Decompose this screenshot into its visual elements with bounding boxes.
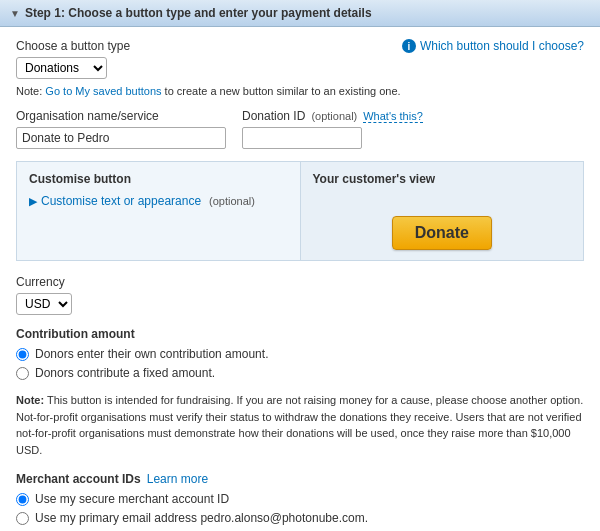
step-header: ▼ Step 1: Choose a button type and enter… <box>0 0 600 27</box>
currency-label: Currency <box>16 275 584 289</box>
contribution-radio2[interactable] <box>16 367 29 380</box>
note-paragraph-text: This button is intended for fundraising.… <box>16 394 583 456</box>
step-arrow-icon: ▼ <box>10 8 20 19</box>
merchant-option1[interactable]: Use my secure merchant account ID <box>16 492 584 506</box>
customise-right: Your customer's view Donate <box>301 162 584 260</box>
contribution-radio-group: Donors enter their own contribution amou… <box>16 347 584 380</box>
merchant-radio-group: Use my secure merchant account ID Use my… <box>16 492 584 525</box>
merchant-label: Merchant account IDs <box>16 472 141 486</box>
merchant-radio2[interactable] <box>16 512 29 525</box>
donation-id-optional: (optional) <box>311 110 357 122</box>
arrow-right-icon: ▶ <box>29 195 37 208</box>
org-field-label: Organisation name/service <box>16 109 226 123</box>
donation-id-input[interactable] <box>242 127 362 149</box>
customise-left: Customise button ▶ Customise text or app… <box>17 162 301 260</box>
whats-this-link[interactable]: What's this? <box>363 110 423 123</box>
currency-select[interactable]: USD EUR GBP AUD CAD <box>16 293 72 315</box>
customise-link[interactable]: Customise text or appearance <box>41 194 201 208</box>
contribution-label: Contribution amount <box>16 327 584 341</box>
choose-button-label: Choose a button type <box>16 39 130 53</box>
info-icon: i <box>402 39 416 53</box>
contribution-option1[interactable]: Donors enter their own contribution amou… <box>16 347 584 361</box>
org-field-group: Organisation name/service <box>16 109 226 149</box>
org-name-input[interactable] <box>16 127 226 149</box>
note-prefix: Note: <box>16 85 45 97</box>
learn-more-link[interactable]: Learn more <box>147 472 208 486</box>
customer-view-title: Your customer's view <box>313 172 436 186</box>
note-paragraph: Note: This button is intended for fundra… <box>16 392 584 458</box>
merchant-option2[interactable]: Use my primary email address pedro.alons… <box>16 511 584 525</box>
my-saved-buttons-link[interactable]: Go to My saved buttons <box>45 85 161 97</box>
currency-row: Currency USD EUR GBP AUD CAD <box>16 275 584 315</box>
note-suffix: to create a new button similar to an exi… <box>162 85 401 97</box>
contribution-section: Contribution amount Donors enter their o… <box>16 327 584 380</box>
contribution-option2-label: Donors contribute a fixed amount. <box>35 366 215 380</box>
merchant-section: Merchant account IDs Learn more Use my s… <box>16 472 584 525</box>
donation-id-label-row: Donation ID (optional) What's this? <box>242 109 423 123</box>
contribution-option2[interactable]: Donors contribute a fixed amount. <box>16 366 584 380</box>
customise-link-row: ▶ Customise text or appearance (optional… <box>29 194 288 208</box>
which-button-section: i Which button should I choose? <box>402 39 584 53</box>
merchant-radio1[interactable] <box>16 493 29 506</box>
button-type-select[interactable]: Donations Buy Now Add to Cart Subscribe <box>16 57 107 79</box>
fields-row: Organisation name/service Donation ID (o… <box>16 109 584 149</box>
customise-title: Customise button <box>29 172 288 186</box>
note-line: Note: Go to My saved buttons to create a… <box>16 85 584 97</box>
which-button-link[interactable]: Which button should I choose? <box>420 39 584 53</box>
donation-id-label: Donation ID <box>242 109 305 123</box>
donate-preview-button[interactable]: Donate <box>392 216 492 250</box>
merchant-option2-label: Use my primary email address pedro.alons… <box>35 511 368 525</box>
note-bold: Note: <box>16 394 44 406</box>
contribution-option1-label: Donors enter their own contribution amou… <box>35 347 268 361</box>
customise-optional: (optional) <box>209 195 255 207</box>
contribution-radio1[interactable] <box>16 348 29 361</box>
step-header-label: Step 1: Choose a button type and enter y… <box>25 6 372 20</box>
donation-id-field-group: Donation ID (optional) What's this? <box>242 109 423 149</box>
customise-panel: Customise button ▶ Customise text or app… <box>16 161 584 261</box>
merchant-option1-label: Use my secure merchant account ID <box>35 492 229 506</box>
